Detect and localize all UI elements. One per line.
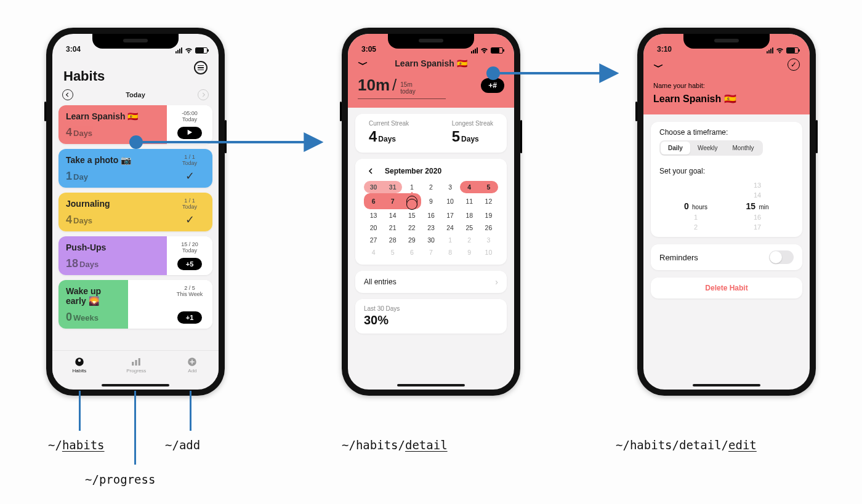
- habit-name: Journaling: [66, 199, 159, 209]
- habit-card[interactable]: Take a photo 📷 1Day 1 / 1Today ✓: [58, 149, 212, 188]
- route-label: ~/progress: [85, 473, 155, 486]
- tab-habits[interactable]: Habits: [73, 356, 87, 374]
- chevron-down-icon[interactable]: [358, 62, 368, 65]
- chevron-down-icon[interactable]: [653, 59, 663, 70]
- habit-name: Take a photo 📷: [66, 155, 159, 165]
- habit-list: Learn Spanish 🇪🇸 4Days -05:00Today Take …: [52, 103, 219, 329]
- habits-icon: [73, 356, 86, 367]
- calendar-grid[interactable]: 3031 123 45 678 9101112 13141516171819 2…: [364, 181, 498, 258]
- wifi-icon: [480, 47, 488, 54]
- annotation-line: [190, 391, 191, 431]
- svg-rect-3: [135, 360, 137, 366]
- day-label: Today: [126, 91, 145, 98]
- last-30-card: Last 30 Days 30%: [355, 299, 507, 334]
- home-indicator: [693, 384, 760, 386]
- phone-edit: 3:10 ✓ Name your habit: Learn Spanish 🇪🇸: [637, 28, 816, 396]
- menu-icon[interactable]: [194, 61, 207, 74]
- day-nav: Today: [52, 84, 219, 103]
- name-input[interactable]: Learn Spanish 🇪🇸: [653, 93, 800, 105]
- done-button[interactable]: ✓: [787, 58, 800, 71]
- habit-card[interactable]: Learn Spanish 🇪🇸 4Days -05:00Today: [58, 105, 212, 144]
- signal-icon: [175, 47, 182, 54]
- route-label: ~/add: [165, 438, 200, 452]
- habit-action-button[interactable]: +5: [177, 258, 202, 270]
- notch: [388, 34, 474, 49]
- signal-icon: [767, 47, 773, 54]
- battery-icon: [491, 47, 503, 54]
- wifi-icon: [776, 47, 784, 54]
- route-label: ~/habits/detail: [342, 438, 448, 452]
- phone-habits: 3:04 Habits Today: [46, 28, 225, 396]
- home-indicator: [397, 384, 465, 386]
- svg-rect-4: [139, 358, 140, 366]
- detail-title: Learn Spanish 🇪🇸: [395, 58, 467, 68]
- prev-day-button[interactable]: [62, 89, 73, 100]
- play-icon: [186, 129, 193, 135]
- status-time: 3:05: [361, 45, 376, 54]
- next-day-button[interactable]: [198, 89, 209, 100]
- annotation-line: [79, 391, 81, 431]
- route-label: ~/habits: [48, 438, 105, 452]
- habit-action-button[interactable]: +1: [177, 311, 202, 324]
- wifi-icon: [185, 47, 193, 54]
- name-label: Name your habit:: [653, 82, 800, 89]
- tab-add[interactable]: Add: [186, 356, 198, 374]
- habit-name: Learn Spanish 🇪🇸: [66, 111, 159, 121]
- tab-progress[interactable]: Progress: [126, 356, 146, 374]
- reminders-toggle[interactable]: [769, 250, 794, 264]
- habit-name: Wake up early 🌄: [66, 286, 121, 306]
- reminders-row[interactable]: Reminders: [651, 244, 802, 270]
- delete-habit-button[interactable]: Delete Habit: [651, 278, 802, 298]
- page-title: Habits: [63, 68, 207, 84]
- signal-icon: [471, 47, 478, 54]
- status-time: 3:04: [66, 45, 81, 54]
- all-entries-row[interactable]: All entries ›: [355, 271, 507, 293]
- notch: [92, 34, 179, 49]
- status-time: 3:10: [657, 45, 672, 54]
- streaks-card: Current Streak 4Days Longest Streak 5Day…: [355, 114, 507, 153]
- metric-value: 10m: [358, 76, 390, 95]
- timeframe-segmented[interactable]: Daily Weekly Monthly: [659, 140, 763, 156]
- chevron-right-icon: ›: [495, 277, 498, 287]
- svg-rect-2: [132, 362, 134, 366]
- add-time-button[interactable]: +#: [481, 78, 504, 93]
- progress-icon: [130, 356, 142, 367]
- annotation-line: [134, 391, 136, 465]
- svg-point-1: [78, 359, 81, 362]
- prev-month-button[interactable]: [368, 166, 374, 176]
- habit-card[interactable]: Push-Ups 18Days 15 / 20Today +5: [58, 236, 212, 275]
- goal-picker[interactable]: 0 hours 1 2 13 14 15 min 16 17: [659, 182, 794, 231]
- canvas: 3:04 Habits Today: [0, 0, 862, 504]
- habit-action-button[interactable]: [177, 127, 202, 139]
- tab-bar: Habits Progress Add: [52, 350, 219, 378]
- habit-card[interactable]: Journaling 4Days 1 / 1Today ✓: [58, 193, 212, 231]
- calendar-month: September 2020: [385, 167, 441, 175]
- phone-detail: 3:05 Learn Spanish 🇪🇸 10m: [342, 28, 520, 396]
- battery-icon: [786, 47, 799, 54]
- battery-icon: [195, 47, 207, 54]
- check-icon[interactable]: ✓: [185, 213, 195, 226]
- habit-card[interactable]: Wake up early 🌄 0Weeks 2 / 5This Week +1: [58, 280, 212, 329]
- calendar-card: September 2020 3031 123 45 678 9101112 1…: [355, 159, 507, 265]
- notch: [683, 34, 770, 49]
- plus-icon: [186, 356, 198, 367]
- home-indicator: [102, 384, 169, 386]
- timeframe-card: Choose a timeframe: Daily Weekly Monthly…: [651, 122, 802, 237]
- route-label: ~/habits/detail/edit: [616, 438, 757, 452]
- check-icon[interactable]: ✓: [185, 169, 195, 183]
- habit-name: Push-Ups: [66, 242, 159, 252]
